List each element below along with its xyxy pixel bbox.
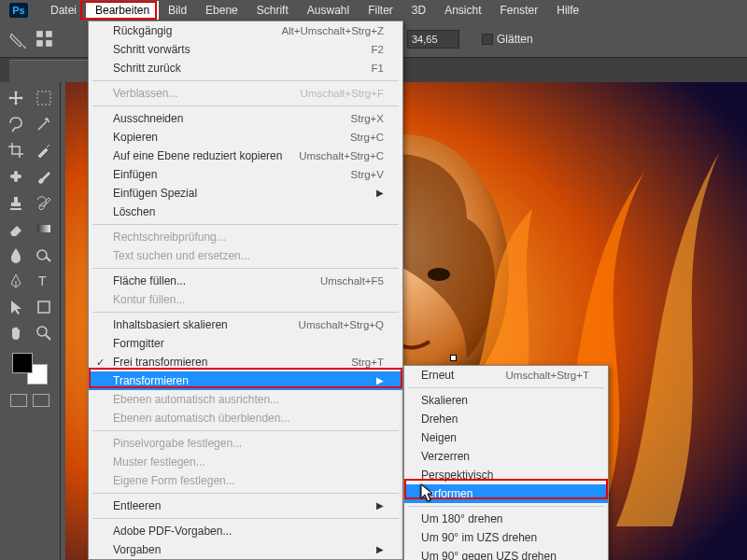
menu-find-replace: Text suchen und ersetzen... [89, 246, 402, 265]
menu-separator [92, 80, 399, 81]
submenu-skew[interactable]: Neigen [404, 428, 608, 447]
svg-rect-2 [36, 40, 43, 47]
check-icon: ✓ [96, 357, 105, 369]
submenu-perspective[interactable]: Perspektivisch [404, 466, 608, 484]
menu-step-backward[interactable]: Schritt zurückF1 [89, 59, 402, 77]
svg-rect-0 [36, 31, 43, 37]
menu-separator [92, 430, 399, 431]
submenu-scale[interactable]: Skalieren [404, 391, 608, 410]
svg-rect-15 [38, 301, 49, 313]
transform-submenu: ErneutUmschalt+Strg+T Skalieren Drehen N… [403, 365, 609, 560]
eraser-tool-icon[interactable] [5, 218, 27, 239]
menu-separator [408, 506, 604, 507]
menu-layer[interactable]: Ebene [196, 1, 247, 20]
eyedropper-tool-icon[interactable] [33, 140, 55, 161]
menu-presets[interactable]: Vorgaben▶ [89, 540, 402, 559]
blur-tool-icon[interactable] [5, 245, 27, 265]
submenu-arrow-icon: ▶ [376, 189, 384, 198]
menu-fill[interactable]: Fläche füllen...Umschalt+F5 [89, 272, 402, 290]
menu-pdf-presets[interactable]: Adobe PDF-Vorgaben... [89, 522, 402, 540]
svg-rect-1 [46, 31, 52, 37]
submenu-rotate-180[interactable]: Um 180° drehen [404, 510, 608, 528]
menu-edit[interactable]: Bearbeiten [86, 1, 159, 20]
svg-text:T: T [38, 273, 47, 288]
menu-paste-special[interactable]: Einfügen Spezial▶ [89, 184, 402, 203]
menu-puppet-warp[interactable]: Formgitter [89, 334, 402, 353]
type-tool-icon[interactable]: T [33, 271, 55, 291]
quickmask-icon[interactable] [10, 394, 27, 407]
menu-window[interactable]: Fenster [491, 1, 548, 20]
antialias-label: Glätten [497, 33, 533, 46]
history-brush-tool-icon[interactable] [33, 192, 55, 213]
menu-separator [92, 105, 399, 106]
wand-tool-icon[interactable] [33, 114, 55, 134]
tool-preset-icon[interactable] [9, 30, 28, 49]
menu-transform[interactable]: Transformieren▶ [89, 371, 402, 390]
submenu-arrow-icon: ▶ [376, 501, 384, 511]
submenu-rotate-90ccw[interactable]: Um 90° gegen UZS drehen [404, 547, 608, 560]
menu-clear[interactable]: Löschen [89, 203, 402, 221]
crop-tool-icon[interactable] [5, 140, 27, 161]
submenu-arrow-icon: ▶ [376, 545, 384, 554]
stamp-tool-icon[interactable] [5, 192, 27, 213]
menu-separator [92, 268, 399, 269]
submenu-rotate[interactable]: Drehen [404, 410, 608, 428]
menu-filter[interactable]: Filter [359, 1, 402, 20]
dodge-tool-icon[interactable] [33, 245, 55, 265]
menu-purge[interactable]: Entleeren▶ [89, 497, 402, 515]
menu-separator [408, 387, 604, 388]
menu-auto-align: Ebenen automatisch ausrichten... [89, 390, 402, 409]
menu-free-transform[interactable]: ✓Frei transformierenStrg+T [89, 353, 402, 371]
submenu-rotate-90cw[interactable]: Um 90° im UZS drehen [404, 528, 608, 547]
healing-tool-icon[interactable] [5, 166, 27, 187]
menu-content-aware-scale[interactable]: Inhaltsbasiert skalierenUmschalt+Strg+Q [89, 315, 402, 334]
svg-point-13 [37, 250, 47, 259]
move-tool-icon[interactable] [5, 88, 27, 108]
menu-separator [92, 312, 399, 313]
submenu-warp[interactable]: Verformen [404, 484, 608, 503]
menu-file[interactable]: Datei [41, 1, 86, 20]
menu-undo[interactable]: RückgängigAlt+Umschalt+Strg+Z [89, 21, 402, 40]
hand-tool-icon[interactable] [5, 323, 27, 343]
lasso-tool-icon[interactable] [5, 114, 27, 134]
shape-tool-icon[interactable] [33, 297, 55, 317]
submenu-again[interactable]: ErneutUmschalt+Strg+T [404, 366, 608, 385]
menu-image[interactable]: Bild [159, 1, 196, 20]
menu-step-forward[interactable]: Schritt vorwärtsF2 [89, 40, 402, 59]
svg-point-8 [428, 268, 450, 281]
menu-type[interactable]: Schrift [247, 1, 298, 20]
transform-anchor-icon[interactable] [450, 355, 457, 361]
menu-copy-merged[interactable]: Auf eine Ebene reduziert kopierenUmschal… [89, 147, 402, 165]
menu-view[interactable]: Ansicht [435, 1, 490, 20]
grid-icon[interactable] [35, 30, 54, 49]
gradient-tool-icon[interactable] [33, 218, 55, 239]
menu-auto-blend: Ebenen automatisch überblenden... [89, 409, 402, 427]
svg-rect-11 [14, 171, 18, 182]
menu-fade: Verblassen...Umschalt+Strg+F [89, 84, 402, 103]
path-select-tool-icon[interactable] [5, 297, 27, 317]
screenmode-icon[interactable] [33, 394, 49, 407]
color-swatches[interactable] [12, 353, 48, 385]
menu-cut[interactable]: AusschneidenStrg+X [89, 109, 402, 128]
menu-3d[interactable]: 3D [402, 1, 435, 20]
svg-rect-3 [46, 40, 52, 47]
submenu-arrow-icon: ▶ [376, 376, 384, 385]
menu-spelling: Rechtschreibprüfung... [89, 228, 402, 246]
menu-define-shape: Eigene Form festlegen... [89, 471, 402, 490]
zoom-tool-icon[interactable] [33, 323, 55, 343]
menu-select[interactable]: Auswahl [298, 1, 359, 20]
app-logo: Ps [9, 3, 28, 18]
angle-input[interactable] [407, 30, 459, 49]
submenu-distort[interactable]: Verzerren [404, 447, 608, 466]
tool-palette: T [0, 82, 61, 560]
antialias-checkbox[interactable] [482, 34, 493, 45]
menu-help[interactable]: Hilfe [547, 1, 588, 20]
brush-tool-icon[interactable] [33, 166, 55, 187]
foreground-color-swatch[interactable] [12, 353, 33, 373]
svg-rect-9 [37, 91, 50, 105]
pen-tool-icon[interactable] [5, 271, 27, 291]
menu-paste[interactable]: EinfügenStrg+V [89, 165, 402, 184]
menu-copy[interactable]: KopierenStrg+C [89, 128, 402, 147]
menu-separator [92, 518, 399, 519]
marquee-tool-icon[interactable] [33, 88, 55, 108]
